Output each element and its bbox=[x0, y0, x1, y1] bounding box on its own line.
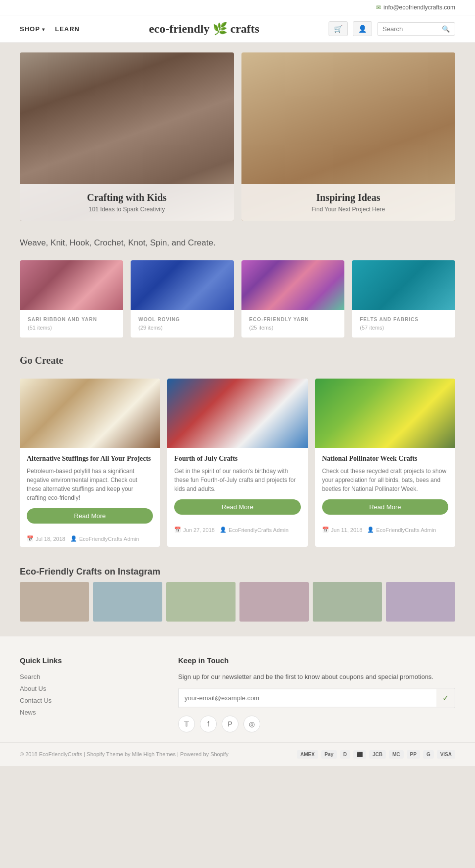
hero-section: Crafting with Kids 101 Ideas to Spark Cr… bbox=[0, 43, 475, 231]
footer-link-news[interactable]: News bbox=[20, 708, 158, 717]
category-name-2: WOOL ROVING bbox=[139, 317, 226, 322]
search-box: 🔍 bbox=[377, 22, 455, 36]
footer-quick-links-col: Quick Links Search About Us Contact Us N… bbox=[20, 656, 158, 732]
logo-leaf-icon: 🌿 bbox=[213, 22, 228, 35]
categories-grid: SARI RIBBON AND YARN (51 items) WOOL ROV… bbox=[20, 260, 455, 338]
category-image-3 bbox=[241, 260, 345, 310]
category-count-3: (25 items) bbox=[249, 325, 337, 331]
blog-card-1: Alternative Stuffings for All Your Proje… bbox=[20, 379, 160, 547]
social-icons: 𝕋 f P ◎ bbox=[178, 716, 455, 732]
category-name-1: SARI RIBBON AND YARN bbox=[28, 317, 115, 322]
instagram-cell-4[interactable] bbox=[239, 582, 309, 622]
blog-title-3: National Pollinator Week Crafts bbox=[322, 455, 448, 463]
payment-icons: AMEX Pay D ⬛ JCB MC PP G VISA bbox=[297, 750, 455, 759]
instagram-icon[interactable]: ◎ bbox=[243, 716, 260, 732]
category-name-4: FELTS AND FABRICS bbox=[360, 317, 447, 322]
pinterest-icon[interactable]: P bbox=[222, 716, 238, 732]
twitter-icon[interactable]: 𝕋 bbox=[178, 716, 195, 732]
newsletter-title: Keep in Touch bbox=[178, 656, 455, 665]
hero-left-subtitle: 101 Ideas to Spark Creativity bbox=[30, 206, 224, 213]
newsletter-email-input[interactable] bbox=[179, 689, 436, 707]
blog-image-1 bbox=[20, 379, 160, 448]
nav-bar: SHOP ▾ LEARN eco-friendly 🌿 crafts 🛒 👤 🔍 bbox=[0, 15, 475, 43]
read-more-button-2[interactable]: Read More bbox=[174, 499, 300, 515]
category-card-4[interactable]: FELTS AND FABRICS (57 items) bbox=[352, 260, 455, 338]
site-logo[interactable]: eco-friendly 🌿 crafts bbox=[149, 22, 259, 36]
instagram-section: Eco-Friendly Crafts on Instagram bbox=[0, 557, 475, 627]
category-card-1[interactable]: SARI RIBBON AND YARN (51 items) bbox=[20, 260, 123, 338]
hero-right-overlay: Inspiring Ideas Find Your Next Project H… bbox=[241, 184, 456, 221]
blog-image-3 bbox=[315, 379, 455, 448]
footer-link-search[interactable]: Search bbox=[20, 672, 158, 681]
instagram-cell-5[interactable] bbox=[313, 582, 382, 622]
blog-date-3: 📅 Jun 11, 2018 bbox=[322, 527, 363, 533]
blog-meta-3: 📅 Jun 11, 2018 👤 EcoFriendlyCrafts Admin bbox=[315, 522, 455, 538]
category-info-2: WOOL ROVING (29 items) bbox=[131, 310, 234, 338]
blog-title-2: Fourth of July Crafts bbox=[174, 455, 300, 463]
category-image-1 bbox=[20, 260, 123, 310]
categories-section: SARI RIBBON AND YARN (51 items) WOOL ROV… bbox=[0, 255, 475, 347]
read-more-button-3[interactable]: Read More bbox=[322, 499, 448, 515]
user-icon-1: 👤 bbox=[70, 535, 77, 542]
category-info-3: ECO-FRIENDLY YARN (25 items) bbox=[241, 310, 345, 338]
search-icon: 🔍 bbox=[442, 25, 450, 33]
blog-author-1: 👤 EcoFriendlyCrafts Admin bbox=[70, 535, 139, 542]
blog-title-1: Alternative Stuffings for All Your Proje… bbox=[27, 455, 153, 463]
footer-link-contact[interactable]: Contact Us bbox=[20, 696, 158, 705]
footer-bottom: © 2018 EcoFriendlyCrafts | Shopify Theme… bbox=[0, 742, 475, 766]
instagram-title: Eco-Friendly Crafts on Instagram bbox=[20, 567, 455, 577]
category-count-1: (51 items) bbox=[28, 325, 115, 331]
shop-dropdown-arrow: ▾ bbox=[42, 27, 45, 32]
paypal-payment-icon: PP bbox=[407, 750, 420, 759]
category-card-2[interactable]: WOOL ROVING (29 items) bbox=[131, 260, 234, 338]
user-icon-3: 👤 bbox=[367, 527, 374, 533]
instagram-cell-2[interactable] bbox=[93, 582, 162, 622]
hero-right-title: Inspiring Ideas bbox=[251, 192, 446, 203]
category-card-3[interactable]: ECO-FRIENDLY YARN (25 items) bbox=[241, 260, 345, 338]
email-icon: ✉ bbox=[376, 4, 381, 11]
blog-excerpt-2: Get in the spirit of our nation's birthd… bbox=[174, 467, 300, 493]
nav-right: 🛒 👤 🔍 bbox=[329, 21, 455, 36]
category-count-2: (29 items) bbox=[139, 325, 226, 331]
user-button[interactable]: 👤 bbox=[353, 21, 372, 36]
instagram-cell-6[interactable] bbox=[386, 582, 455, 622]
footer-newsletter-col: Keep in Touch Sign up for our newsletter… bbox=[178, 656, 455, 732]
category-image-2 bbox=[131, 260, 234, 310]
shop-link[interactable]: SHOP ▾ bbox=[20, 25, 45, 33]
instagram-cell-1[interactable] bbox=[20, 582, 89, 622]
footer: Quick Links Search About Us Contact Us N… bbox=[0, 636, 475, 766]
instagram-cell-3[interactable] bbox=[166, 582, 236, 622]
blog-date-2: 📅 Jun 27, 2018 bbox=[174, 527, 215, 533]
blog-card-2: Fourth of July Crafts Get in the spirit … bbox=[167, 379, 307, 547]
blog-author-3: 👤 EcoFriendlyCrafts Admin bbox=[367, 527, 436, 533]
tagline-text: Weave, Knit, Hook, Crochet, Knot, Spin, … bbox=[20, 238, 455, 248]
category-info-4: FELTS AND FABRICS (57 items) bbox=[352, 310, 455, 338]
read-more-button-1[interactable]: Read More bbox=[27, 508, 153, 524]
hero-left-overlay: Crafting with Kids 101 Ideas to Spark Cr… bbox=[20, 184, 234, 221]
hero-card-left[interactable]: Crafting with Kids 101 Ideas to Spark Cr… bbox=[20, 52, 234, 221]
nav-links: SHOP ▾ LEARN bbox=[20, 25, 80, 33]
footer-link-about[interactable]: About Us bbox=[20, 684, 158, 693]
user-icon: 👤 bbox=[358, 25, 367, 33]
user-icon-2: 👤 bbox=[220, 527, 227, 533]
calendar-icon-2: 📅 bbox=[174, 527, 181, 533]
cart-button[interactable]: 🛒 bbox=[329, 21, 348, 36]
facebook-icon[interactable]: f bbox=[200, 716, 217, 732]
learn-link[interactable]: LEARN bbox=[55, 25, 80, 33]
gpay-payment-icon: G bbox=[423, 750, 434, 759]
diners-payment-icon: D bbox=[340, 750, 350, 759]
category-info-1: SARI RIBBON AND YARN (51 items) bbox=[20, 310, 123, 338]
calendar-icon-3: 📅 bbox=[322, 527, 329, 533]
logo-text-crafts: crafts bbox=[228, 22, 260, 35]
search-input[interactable] bbox=[382, 25, 442, 33]
blog-meta-1: 📅 Jul 18, 2018 👤 EcoFriendlyCrafts Admin bbox=[20, 530, 160, 547]
footer-links-list: Search About Us Contact Us News bbox=[20, 672, 158, 717]
instagram-grid bbox=[20, 582, 455, 622]
newsletter-text: Sign up for our newsletter and be the fi… bbox=[178, 672, 455, 682]
newsletter-submit-button[interactable]: ✓ bbox=[436, 688, 455, 708]
hero-card-right[interactable]: Inspiring Ideas Find Your Next Project H… bbox=[241, 52, 456, 221]
blog-body-2: Fourth of July Crafts Get in the spirit … bbox=[167, 448, 307, 522]
calendar-icon-1: 📅 bbox=[27, 535, 34, 542]
footer-top: Quick Links Search About Us Contact Us N… bbox=[0, 636, 475, 742]
blog-body-3: National Pollinator Week Crafts Check ou… bbox=[315, 448, 455, 522]
